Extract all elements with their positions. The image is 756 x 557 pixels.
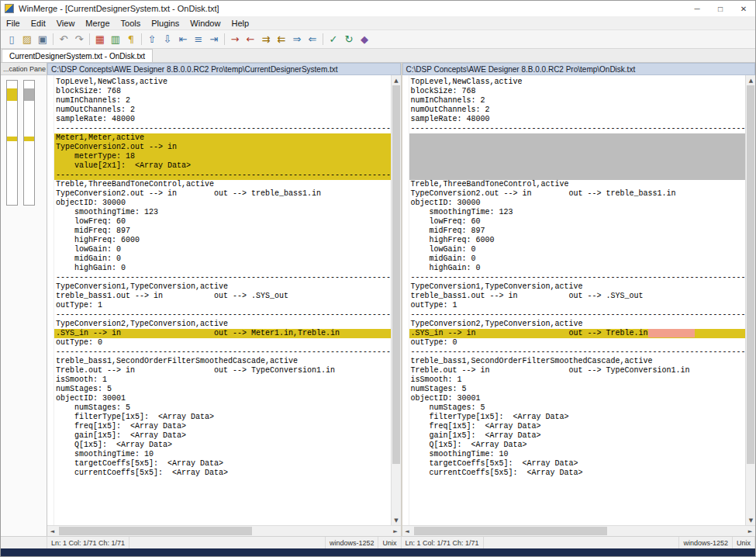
- code-line: Q[1x5]: <Array Data>: [54, 441, 391, 450]
- code-line: lowGain: 0: [54, 245, 391, 254]
- scroll-up-icon[interactable]: ▲: [746, 75, 756, 85]
- code-line: outType: 0: [409, 338, 746, 348]
- code-line: midGain: 0: [409, 254, 746, 264]
- code-line: numStages: 5: [54, 385, 391, 394]
- save-icon[interactable]: ▣: [35, 32, 50, 47]
- undo-icon[interactable]: ↶: [56, 32, 71, 47]
- code-line: treble_bass1,SecondOrderFilterSmoothedCa…: [54, 357, 391, 366]
- left-editor[interactable]: TopLevel,NewClass,activeblockSize: 768nu…: [54, 75, 391, 525]
- code-line: smoothingTime: 123: [54, 208, 391, 217]
- right-hscroll-track[interactable]: [413, 526, 746, 536]
- main-area: ...cation Pane ✕ C:\DSP Concepts\AWE Des…: [1, 63, 755, 536]
- options-icon[interactable]: ▦: [92, 32, 108, 47]
- copy-right-advance-icon[interactable]: ⇉: [258, 32, 274, 47]
- menu-window[interactable]: Window: [185, 19, 226, 28]
- menu-edit[interactable]: Edit: [26, 19, 51, 28]
- code-line: Treble.out --> in out --> TypeConversion…: [409, 366, 746, 375]
- left-file-path-header[interactable]: C:\DSP Concepts\AWE Designer 8.B.0.0.RC2…: [47, 63, 401, 75]
- scroll-down-icon[interactable]: ▼: [746, 515, 756, 525]
- menu-plugins[interactable]: Plugins: [146, 19, 185, 28]
- location-bar-right-file[interactable]: [23, 80, 35, 206]
- menu-help[interactable]: Help: [226, 19, 254, 28]
- code-line: treble_bass1.out --> in out --> .SYS_out: [409, 292, 746, 301]
- filters-icon[interactable]: ▥: [108, 32, 123, 47]
- code-line: ----------------------------------------…: [54, 124, 391, 133]
- close-button[interactable]: ✕: [732, 1, 755, 16]
- maximize-button[interactable]: □: [709, 1, 732, 16]
- window-title: WinMerge - [CurrentDesignerSystem.txt - …: [19, 4, 685, 13]
- prev-difference-icon[interactable]: ⇧: [144, 32, 160, 47]
- right-file-path-header[interactable]: C:\DSP Concepts\AWE Designer 8.B.0.0.RC2…: [402, 63, 756, 75]
- right-vscroll-thumb[interactable]: [747, 85, 754, 464]
- next-difference-icon[interactable]: ⇩: [160, 32, 175, 47]
- menu-view[interactable]: View: [51, 19, 81, 28]
- code-line: ----------------------------------------…: [54, 273, 391, 282]
- scroll-right-icon[interactable]: ►: [391, 526, 401, 536]
- auto-merge-icon[interactable]: ✓: [326, 32, 341, 47]
- minimize-button[interactable]: ─: [685, 1, 709, 16]
- diff-marker[interactable]: [24, 88, 34, 101]
- menu-file[interactable]: File: [1, 19, 26, 28]
- code-line: Treble,ThreeBandToneControl,active: [54, 180, 391, 189]
- menu-tools[interactable]: Tools: [116, 19, 147, 28]
- location-map[interactable]: [1, 75, 47, 536]
- right-vertical-scrollbar[interactable]: ▲ ▼: [745, 75, 755, 525]
- right-hscroll-thumb[interactable]: [414, 527, 607, 535]
- left-vertical-scrollbar[interactable]: ▲ ▼: [391, 75, 401, 525]
- left-vscroll-track[interactable]: [392, 85, 401, 515]
- all-right-icon[interactable]: ⇒: [289, 32, 305, 47]
- scroll-left-icon[interactable]: ◄: [402, 526, 413, 536]
- code-line: Treble.out --> in out --> TypeConversion…: [54, 366, 391, 375]
- left-selection-margin: [47, 75, 54, 525]
- code-line: TypeConversion1,TypeConversion,active: [54, 282, 391, 292]
- left-hscroll-thumb[interactable]: [59, 527, 252, 535]
- code-line: .SYS_in --> in out --> Treble.in: [409, 329, 746, 338]
- view-whitespace-icon[interactable]: ¶: [123, 32, 139, 47]
- tab-current-compare[interactable]: CurrentDesignerSystem.txt - OnDisk.txt: [2, 49, 153, 62]
- code-line: ----------------------------------------…: [54, 171, 391, 180]
- new-icon[interactable]: ▯: [4, 32, 19, 47]
- current-difference-icon[interactable]: ≡: [191, 32, 206, 47]
- redo-icon[interactable]: ↷: [71, 32, 87, 47]
- menu-merge[interactable]: Merge: [80, 19, 115, 28]
- right-file-path: C:\DSP Concepts\AWE Designer 8.B.0.0.RC2…: [406, 65, 636, 74]
- diff-marker[interactable]: [7, 137, 17, 141]
- code-line: ----------------------------------------…: [409, 348, 746, 357]
- code-line: midGain: 0: [54, 254, 391, 264]
- plugins-icon[interactable]: ◆: [357, 32, 372, 47]
- code-line: numStages: 5: [409, 385, 746, 394]
- first-difference-icon[interactable]: ⇤: [175, 32, 191, 47]
- left-horizontal-scrollbar[interactable]: ◄ ►: [47, 525, 401, 536]
- diff-marker[interactable]: [24, 137, 34, 141]
- copy-left-advance-icon[interactable]: ⇇: [274, 32, 289, 47]
- right-encoding: windows-1252: [679, 537, 733, 548]
- scroll-left-icon[interactable]: ◄: [47, 526, 57, 536]
- location-pane-title: ...cation Pane: [3, 65, 46, 73]
- code-line: freq[1x5]: <Array Data>: [409, 422, 746, 431]
- code-line: ----------------------------------------…: [409, 310, 746, 320]
- copy-left-icon[interactable]: ←: [243, 32, 258, 47]
- copy-right-icon[interactable]: →: [227, 32, 243, 47]
- last-difference-icon[interactable]: ⇥: [206, 32, 222, 47]
- left-eol-style: Unix: [378, 537, 401, 548]
- diff-marker[interactable]: [7, 88, 17, 101]
- code-line: TopLevel,NewClass,active: [54, 78, 391, 87]
- left-pane-body: TopLevel,NewClass,activeblockSize: 768nu…: [47, 75, 401, 525]
- left-vscroll-thumb[interactable]: [392, 85, 400, 464]
- right-vscroll-track[interactable]: [746, 85, 755, 515]
- all-left-icon[interactable]: ⇐: [305, 32, 320, 47]
- location-bar-left-file[interactable]: [6, 80, 18, 206]
- right-horizontal-scrollbar[interactable]: ◄ ►: [402, 525, 756, 536]
- code-line: freq[1x5]: <Array Data>: [54, 422, 391, 431]
- code-line: blockSize: 768: [54, 87, 391, 96]
- toolbar-separator: [89, 33, 90, 45]
- toolbar-separator: [224, 33, 225, 45]
- code-text: .SYS_in --> in out --> Treble.in: [411, 329, 648, 337]
- right-editor[interactable]: TopLevel,NewClass,activeblockSize: 768nu…: [409, 75, 746, 525]
- left-hscroll-track[interactable]: [57, 526, 391, 536]
- open-icon[interactable]: ▨: [19, 32, 35, 47]
- scroll-right-icon[interactable]: ►: [745, 526, 755, 536]
- refresh-icon[interactable]: ↻: [341, 32, 357, 47]
- left-pane-status: Ln: 1 Col: 1/71 Ch: 1/71 windows-1252 Un…: [47, 537, 402, 548]
- location-pane-close-icon[interactable]: ✕: [46, 65, 47, 73]
